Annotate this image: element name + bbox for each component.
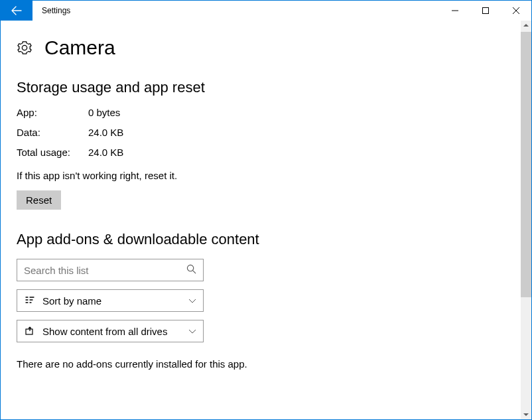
scrollbar-thumb[interactable] bbox=[521, 32, 531, 297]
reset-note: If this app isn't working right, reset i… bbox=[17, 170, 504, 181]
close-icon bbox=[513, 7, 519, 14]
maximize-button[interactable] bbox=[470, 1, 501, 21]
stat-value: 0 bytes bbox=[88, 107, 120, 118]
stat-label: Data: bbox=[17, 127, 88, 138]
storage-stats: App: 0 bytes Data: 24.0 KB Total usage: … bbox=[17, 107, 504, 158]
back-arrow-icon bbox=[11, 5, 22, 16]
gear-icon bbox=[17, 40, 33, 56]
minimize-icon bbox=[452, 7, 458, 14]
svg-rect-0 bbox=[483, 8, 489, 14]
titlebar: Settings bbox=[1, 1, 531, 21]
svg-point-1 bbox=[187, 265, 193, 271]
filter-label: Show content from all drives bbox=[42, 326, 182, 337]
sort-icon bbox=[24, 295, 36, 306]
content-area: Camera Storage usage and app reset App: … bbox=[1, 21, 520, 419]
window-controls bbox=[440, 1, 531, 21]
stat-label: App: bbox=[17, 107, 88, 118]
scrollbar[interactable] bbox=[520, 21, 531, 419]
stat-row: Data: 24.0 KB bbox=[17, 127, 504, 138]
stat-row: Total usage: 24.0 KB bbox=[17, 147, 504, 158]
stat-value: 24.0 KB bbox=[88, 127, 123, 138]
stat-value: 24.0 KB bbox=[88, 147, 123, 158]
search-box[interactable] bbox=[17, 259, 204, 281]
minimize-button[interactable] bbox=[440, 1, 470, 21]
stat-row: App: 0 bytes bbox=[17, 107, 504, 118]
addons-heading: App add-ons & downloadable content bbox=[17, 231, 504, 248]
storage-heading: Storage usage and app reset bbox=[17, 79, 504, 96]
stat-label: Total usage: bbox=[17, 147, 88, 158]
window-title: Settings bbox=[33, 1, 440, 21]
svg-rect-2 bbox=[26, 329, 33, 334]
addons-empty-message: There are no add-ons currently installed… bbox=[17, 358, 504, 370]
chevron-down-icon bbox=[188, 295, 196, 307]
page-header: Camera bbox=[17, 36, 504, 59]
close-button[interactable] bbox=[501, 1, 531, 21]
sort-dropdown[interactable]: Sort by name bbox=[17, 289, 204, 312]
page-title: Camera bbox=[44, 36, 115, 59]
search-input[interactable] bbox=[24, 265, 186, 276]
back-button[interactable] bbox=[1, 1, 33, 21]
reset-button[interactable]: Reset bbox=[17, 190, 61, 210]
drive-icon bbox=[24, 326, 36, 336]
search-icon bbox=[186, 264, 196, 277]
chevron-down-icon bbox=[188, 326, 196, 337]
maximize-icon bbox=[482, 7, 489, 14]
sort-label: Sort by name bbox=[42, 295, 182, 307]
filter-dropdown[interactable]: Show content from all drives bbox=[17, 320, 204, 342]
